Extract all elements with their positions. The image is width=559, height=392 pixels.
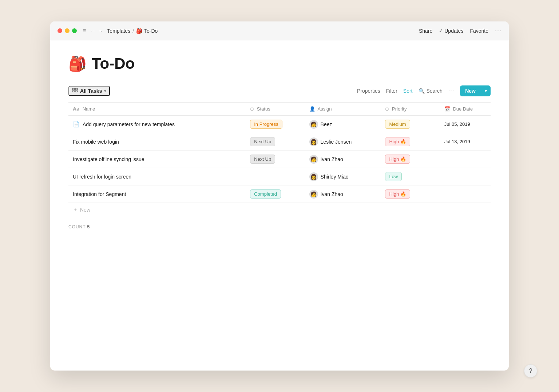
table-row[interactable]: UI refresh for login screen👩Shirley Miao… [68, 168, 491, 185]
tasks-table: 𝗔𝗮 Name ⊙ Status 👤 Assign ⊙ Priority [68, 102, 491, 217]
task-status-cell[interactable] [246, 168, 305, 185]
svg-rect-3 [75, 91, 78, 92]
col-header-status: ⊙ Status [246, 103, 305, 116]
task-duedate-cell [440, 168, 491, 185]
updates-button[interactable]: ✓ Updates [439, 28, 463, 34]
table-header-row: 𝗔𝗮 Name ⊙ Status 👤 Assign ⊙ Priority [68, 103, 491, 116]
table-row[interactable]: Integration for SegmentCompleted🧑Ivan Zh… [68, 185, 491, 203]
avatar: 🧑 [309, 190, 318, 199]
avatar: 🧑 [309, 120, 318, 129]
forward-arrow[interactable]: → [98, 28, 103, 34]
maximize-button[interactable] [72, 28, 77, 33]
count-value: 5 [87, 224, 90, 229]
assignee-name: Shirley Miao [321, 174, 349, 180]
more-options-button[interactable]: ··· [495, 27, 501, 35]
assign-icon: 👤 [309, 106, 315, 112]
menu-icon[interactable]: ≡ [83, 28, 86, 34]
back-arrow[interactable]: ← [90, 28, 95, 34]
task-priority-cell[interactable]: High 🔥 [381, 133, 440, 151]
assignee-name: Ivan Zhao [321, 191, 343, 197]
task-assign-cell[interactable]: 👩Leslie Jensen [305, 133, 381, 151]
search-icon: 🔍 [419, 88, 425, 94]
task-priority-cell[interactable]: High 🔥 [381, 185, 440, 203]
avatar: 👩 [309, 172, 318, 181]
task-priority-cell[interactable]: Low [381, 168, 440, 185]
task-assign-cell[interactable]: 👩Shirley Miao [305, 168, 381, 185]
task-duedate-cell [440, 151, 491, 168]
count-row: COUNT 5 [68, 224, 491, 229]
new-button-label: New [460, 85, 481, 96]
task-assign-cell[interactable]: 🧑Ivan Zhao [305, 185, 381, 203]
share-button[interactable]: Share [419, 28, 432, 34]
task-duedate-cell: Jul 05, 2019 [440, 116, 491, 133]
priority-badge: High 🔥 [385, 189, 410, 199]
updates-label: Updates [444, 28, 463, 34]
page-title: To-Do [92, 55, 135, 72]
all-tasks-label: All Tasks [80, 88, 102, 94]
nav-arrows: ← → [90, 28, 103, 34]
add-new-button[interactable]: ＋New [73, 207, 486, 213]
filter-button[interactable]: Filter [386, 88, 397, 94]
count-label: COUNT [68, 224, 86, 229]
breadcrumb-templates[interactable]: Templates [107, 28, 130, 34]
task-name-cell[interactable]: 📄Add query parameters for new templates [68, 116, 246, 133]
check-icon: ✓ [439, 28, 443, 33]
properties-button[interactable]: Properties [357, 88, 380, 94]
table-row[interactable]: 📄Add query parameters for new templatesI… [68, 116, 491, 133]
task-name-cell[interactable]: Investigate offline syncing issue [68, 151, 246, 168]
toolbar-more-button[interactable]: ··· [448, 88, 454, 94]
task-status-cell[interactable]: Next Up [246, 133, 305, 151]
table-row[interactable]: Investigate offline syncing issueNext Up… [68, 151, 491, 168]
task-name: UI refresh for login screen [73, 174, 131, 180]
task-assign-cell[interactable]: 🧑Ivan Zhao [305, 151, 381, 168]
new-btn-chevron-icon[interactable]: ▾ [481, 86, 491, 96]
status-badge: In Progress [250, 120, 282, 129]
task-duedate-cell [440, 185, 491, 203]
avatar: 👩 [309, 137, 318, 146]
priority-badge: High 🔥 [385, 137, 410, 146]
search-button[interactable]: 🔍 Search [419, 88, 443, 94]
status-badge: Completed [250, 189, 281, 199]
grid-icon [72, 88, 78, 94]
task-assign-cell[interactable]: 🧑Beez [305, 116, 381, 133]
table-row[interactable]: Fix mobile web loginNext Up👩Leslie Jense… [68, 133, 491, 151]
task-status-cell[interactable]: Next Up [246, 151, 305, 168]
task-name-cell[interactable]: Integration for Segment [68, 185, 246, 203]
svg-rect-2 [72, 91, 75, 92]
avatar: 🧑 [309, 155, 318, 164]
search-label: Search [427, 88, 443, 94]
breadcrumb: Templates / 🎒 To-Do [107, 28, 158, 34]
task-name: Integration for Segment [73, 191, 126, 197]
task-priority-cell[interactable]: Medium [381, 116, 440, 133]
minimize-button[interactable] [65, 28, 70, 33]
priority-icon: ⊙ [385, 106, 389, 112]
status-icon: ⊙ [250, 106, 254, 112]
favorite-button[interactable]: Favorite [470, 28, 488, 34]
add-new-cell[interactable]: ＋New [68, 203, 491, 217]
breadcrumb-title: To-Do [144, 28, 158, 34]
close-button[interactable] [58, 28, 62, 33]
add-new-label: New [80, 207, 90, 213]
all-tasks-button[interactable]: All Tasks ▾ [68, 86, 110, 96]
task-name: Investigate offline syncing issue [73, 156, 144, 162]
task-status-cell[interactable]: In Progress [246, 116, 305, 133]
priority-badge: High 🔥 [385, 155, 410, 164]
task-name-cell[interactable]: UI refresh for login screen [68, 168, 246, 185]
task-name-cell[interactable]: Fix mobile web login [68, 133, 246, 151]
col-header-name: 𝗔𝗮 Name [68, 103, 246, 116]
doc-icon: 📄 [73, 121, 80, 128]
sort-button[interactable]: Sort [403, 88, 413, 94]
task-priority-cell[interactable]: High 🔥 [381, 151, 440, 168]
task-status-cell[interactable]: Completed [246, 185, 305, 203]
page-icon: 🎒 [68, 55, 87, 72]
new-button[interactable]: New ▾ [460, 85, 491, 96]
task-name: Add query parameters for new templates [83, 121, 175, 127]
svg-rect-1 [75, 88, 78, 90]
traffic-lights [58, 28, 77, 33]
toolbar-left: All Tasks ▾ [68, 86, 110, 96]
task-duedate-cell: Jul 13, 2019 [440, 133, 491, 151]
add-new-row[interactable]: ＋New [68, 203, 491, 217]
status-badge: Next Up [250, 137, 275, 146]
assignee-name: Beez [321, 121, 332, 127]
titlebar-right: Share ✓ Updates Favorite ··· [419, 27, 501, 35]
